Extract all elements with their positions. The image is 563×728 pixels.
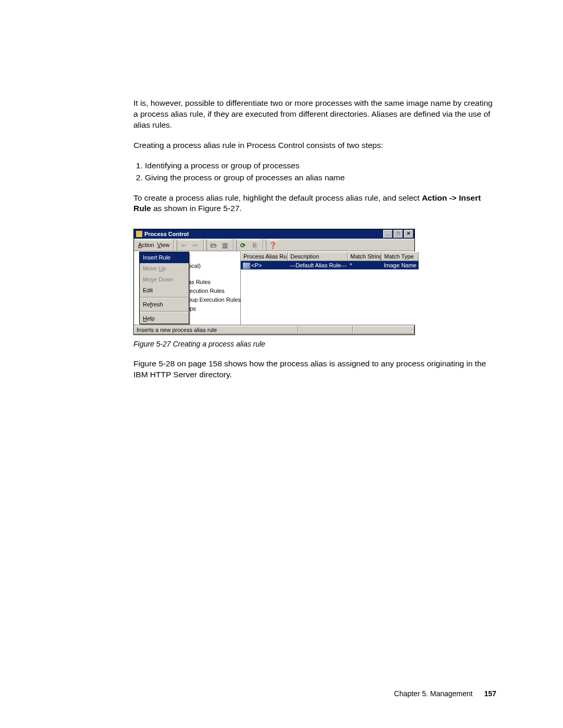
menu-help[interactable]: Help [140, 313, 189, 324]
text: Figure 5-28 on page 158 shows how the pr… [133, 359, 496, 380]
table-row[interactable]: <P> ---Default Alias Rule--- * Image Nam… [241, 261, 419, 269]
statusbar: Inserts a new process alias rule [134, 325, 414, 335]
toolbar-separator [263, 240, 264, 250]
menu-move-up: Move Up [140, 263, 189, 274]
page-footer: Chapter 5. Management 157 [394, 689, 496, 699]
menu-edit[interactable]: Edit [140, 285, 189, 296]
column-headers: Process Alias Rule Description Match Str… [241, 252, 419, 261]
forward-icon[interactable] [191, 241, 199, 250]
paragraph-3: To create a process alias rule, highligh… [133, 193, 496, 215]
screenshot-window: Process Control _ □ ✕ Action View [133, 229, 415, 335]
status-cell [353, 326, 414, 334]
rule-icon [243, 263, 250, 269]
text: To create a process alias rule, highligh… [133, 193, 422, 202]
paragraph-1: It is, however, possible to differentiat… [133, 98, 496, 131]
col-match-type[interactable]: Match Type [382, 252, 419, 261]
maximize-button[interactable]: □ [394, 230, 403, 238]
app-icon [136, 231, 142, 237]
up-folder-icon[interactable] [209, 241, 217, 250]
client-area: Insert Rule Move Up Move Down Edit Refre… [134, 251, 414, 325]
cell-text: <P> [251, 262, 262, 268]
menu-refresh[interactable]: Refresh [140, 299, 189, 310]
text: Creating a process alias rule in Process… [133, 140, 496, 151]
help-icon[interactable] [268, 241, 277, 250]
text: It is, however, possible to differentiat… [133, 98, 496, 131]
cell-rule: <P> [241, 262, 288, 269]
minimize-button[interactable]: _ [383, 230, 393, 238]
window-title: Process Control [144, 230, 382, 238]
steps-list: Identifying a process or group of proces… [133, 161, 496, 183]
context-menu: Insert Rule Move Up Move Down Edit Refre… [139, 252, 189, 324]
toolbar-separator [233, 240, 234, 250]
back-icon[interactable] [179, 241, 188, 250]
text: as shown in Figure 5-27. [151, 204, 242, 213]
menubar: Action View [134, 239, 414, 251]
menu-action[interactable]: Action [138, 241, 154, 249]
tree-pane: Insert Rule Move Up Move Down Edit Refre… [134, 252, 241, 325]
paragraph-2: Creating a process alias rule in Process… [133, 140, 496, 151]
show-hide-icon[interactable] [221, 241, 229, 250]
toolbar-separator [203, 240, 204, 250]
close-button[interactable]: ✕ [404, 230, 413, 238]
refresh-icon[interactable] [239, 241, 247, 250]
cell-match-type: Image Name [382, 262, 419, 269]
toolbar-separator [174, 240, 175, 250]
status-cell [298, 326, 353, 334]
figure-caption: Figure 5-27 Creating a process alias rul… [133, 339, 496, 349]
col-process-alias-rule[interactable]: Process Alias Rule [241, 252, 288, 261]
cell-description: ---Default Alias Rule--- [288, 262, 348, 269]
step-item: Identifying a process or group of proces… [145, 161, 496, 171]
col-match-string[interactable]: Match String [348, 252, 382, 261]
list-pane: Process Alias Rule Description Match Str… [241, 252, 419, 325]
chapter-label: Chapter 5. Management [394, 689, 473, 698]
titlebar: Process Control _ □ ✕ [134, 229, 414, 239]
col-description[interactable]: Description [288, 252, 348, 261]
menu-move-down: Move Down [140, 274, 189, 285]
menu-view[interactable]: View [157, 241, 170, 249]
status-text: Inserts a new process alias rule [134, 326, 298, 334]
paragraph-4: Figure 5-28 on page 158 shows how the pr… [133, 359, 496, 380]
menu-insert-rule[interactable]: Insert Rule [140, 252, 189, 263]
step-item: Giving the process or group of processes… [145, 172, 496, 183]
cell-match-string: * [348, 262, 382, 269]
page-number: 157 [484, 689, 496, 698]
export-icon[interactable] [250, 241, 259, 250]
